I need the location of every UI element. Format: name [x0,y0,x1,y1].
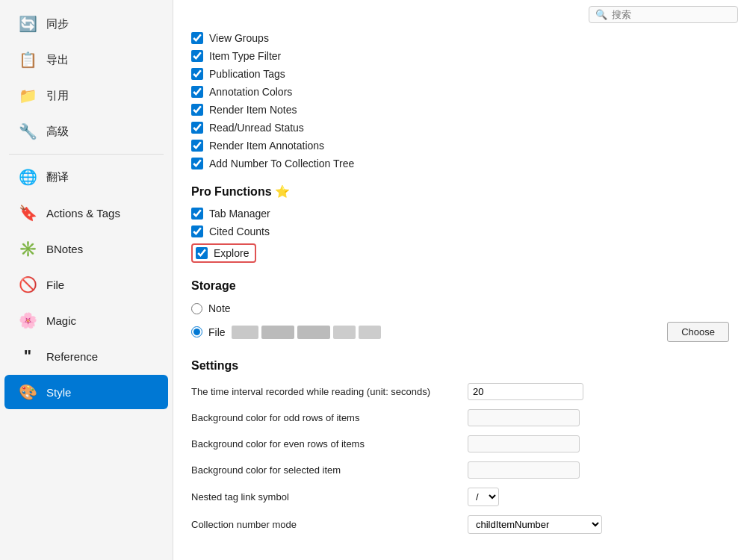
sidebar-item-advanced[interactable]: 🔧 高级 [4,114,168,149]
checkbox-annotation-colors: Annotation Colors [191,83,729,101]
sidebar-item-magic[interactable]: 🌸 Magic [4,303,168,337]
settings-odd-bg-input[interactable] [468,409,580,426]
sidebar-item-style[interactable]: 🎨 Style [4,375,168,409]
sidebar-item-file[interactable]: 🚫 File [4,267,168,302]
path-block-4 [333,326,356,339]
checkbox-publication-tags-label: Publication Tags [209,68,285,80]
content-area: View Groups Item Type Filter Publication… [173,26,747,556]
checkbox-explore-input[interactable] [196,247,208,259]
sidebar-item-bnotes-label: BNotes [46,243,83,255]
settings-selected-bg-input[interactable] [468,461,580,479]
path-block-2 [261,326,294,339]
checkbox-cited-counts: Cited Counts [191,223,729,240]
sidebar-item-actions-tags-label: Actions & Tags [46,207,120,220]
sidebar-item-bnotes[interactable]: ✳️ BNotes [4,231,168,266]
checkbox-read-unread: Read/Unread Status [191,119,729,137]
settings-even-bg-input[interactable] [468,435,580,452]
file-icon: 🚫 [18,275,37,294]
choose-button[interactable]: Choose [667,322,729,342]
sidebar-item-sync-label: 同步 [46,17,69,31]
path-block-5 [359,326,381,339]
checkbox-add-number-input[interactable] [191,158,203,169]
checkbox-list: View Groups Item Type Filter Publication… [191,29,729,172]
checkbox-read-unread-label: Read/Unread Status [209,122,304,134]
pro-functions-star: ⭐ [275,185,290,198]
search-input[interactable] [612,9,731,20]
sidebar-item-export[interactable]: 📋 导出 [4,43,168,77]
checkbox-tab-manager-label: Tab Manager [209,208,270,220]
radio-file-row: File Choose [191,318,729,346]
search-box[interactable]: 🔍 [589,6,738,23]
checkbox-explore-label: Explore [214,247,249,259]
sidebar-item-reference-label: Reference [46,350,98,363]
checkbox-publication-tags-input[interactable] [191,68,203,80]
radio-file[interactable] [191,326,202,337]
settings-row-nested-tag: Nested tag link symbol / . - > [191,483,729,511]
settings-collection-mode-select[interactable]: childItemNumber allItemNumber none [468,515,602,534]
checkbox-item-type-filter-input[interactable] [191,50,203,62]
advanced-icon: 🔧 [18,122,37,141]
checkbox-render-item-notes-label: Render Item Notes [209,104,297,116]
style-icon: 🎨 [18,382,37,402]
checkbox-render-item-notes-input[interactable] [191,104,203,116]
checkbox-explore-row: Explore [191,240,729,266]
actions-tags-icon: 🔖 [18,203,37,223]
checkbox-tab-manager-input[interactable] [191,208,203,220]
checkbox-cited-counts-input[interactable] [191,225,203,237]
settings-nested-tag-select[interactable]: / . - > [468,488,499,506]
sidebar-item-export-label: 导出 [46,53,69,67]
settings-odd-bg-label: Background color for odd rows of items [191,412,460,423]
checkbox-tab-manager: Tab Manager [191,205,729,223]
settings-selected-bg-label: Background color for selected item [191,464,460,476]
settings-interval-input[interactable] [468,383,583,400]
settings-title: Settings [191,359,729,373]
radio-note-row: Note [191,299,729,318]
checkbox-render-annotations-label: Render Item Annotations [209,140,324,152]
sidebar-item-cite-label: 引用 [46,89,69,103]
sidebar-item-reference[interactable]: " Reference [4,339,168,373]
radio-note[interactable] [191,303,202,314]
pro-functions-title: Pro Functions ⭐ [191,184,729,199]
checkbox-render-item-notes: Render Item Notes [191,101,729,119]
sidebar-item-translate[interactable]: 🌐 翻译 [4,160,168,194]
settings-row-interval: The time interval recorded while reading… [191,379,729,405]
sidebar-item-translate-label: 翻译 [46,170,69,184]
settings-row-collection-mode: Collection number mode childItemNumber a… [191,511,729,538]
checkbox-item-type-filter-label: Item Type Filter [209,50,281,62]
checkbox-render-annotations-input[interactable] [191,140,203,152]
sidebar-item-actions-tags[interactable]: 🔖 Actions & Tags [4,196,168,230]
sidebar-divider [9,154,164,155]
checkbox-render-annotations: Render Item Annotations [191,137,729,155]
translate-icon: 🌐 [18,167,37,187]
sidebar-item-file-label: File [46,279,64,291]
export-icon: 📋 [18,50,37,69]
checkbox-read-unread-input[interactable] [191,122,203,134]
sidebar-item-cite[interactable]: 📁 引用 [4,78,168,113]
checkbox-view-groups-input[interactable] [191,32,203,44]
pro-functions-list: Tab Manager Cited Counts Explore [191,205,729,266]
checkbox-annotation-colors-label: Annotation Colors [209,86,292,98]
checkbox-item-type-filter: Item Type Filter [191,47,729,65]
settings-collection-mode-label: Collection number mode [191,519,460,530]
settings-row-selected-bg: Background color for selected item [191,457,729,483]
settings-interval-label: The time interval recorded while reading… [191,386,460,397]
checkbox-add-number: Add Number To Collection Tree [191,155,729,172]
sidebar-item-advanced-label: 高级 [46,125,69,139]
settings-even-bg-label: Background color for even rows of items [191,438,460,449]
storage-section: Storage Note File Choose [191,279,729,346]
radio-note-label: Note [208,302,231,314]
sidebar-item-style-label: Style [46,386,71,399]
topbar: 🔍 [173,0,747,26]
sidebar-item-sync[interactable]: 🔄 同步 [4,7,168,41]
checkbox-cited-counts-label: Cited Counts [209,225,270,237]
cite-icon: 📁 [18,86,37,105]
storage-title: Storage [191,279,729,293]
main-content: 🔍 View Groups Item Type Filter Publicati… [173,0,747,560]
settings-row-odd-bg: Background color for odd rows of items [191,405,729,431]
explore-highlight-box: Explore [191,243,256,263]
sidebar-item-magic-label: Magic [46,314,76,327]
checkbox-view-groups-label: View Groups [209,32,269,44]
bnotes-icon: ✳️ [18,239,37,258]
checkbox-publication-tags: Publication Tags [191,65,729,83]
checkbox-annotation-colors-input[interactable] [191,86,203,98]
